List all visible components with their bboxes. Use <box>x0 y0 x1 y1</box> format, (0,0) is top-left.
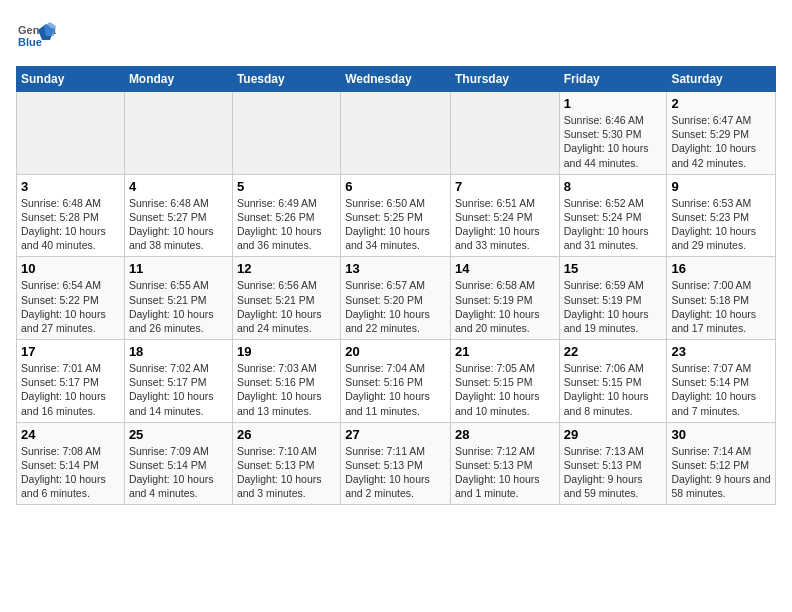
day-info: Sunrise: 6:52 AM Sunset: 5:24 PM Dayligh… <box>564 196 663 253</box>
calendar-cell: 10Sunrise: 6:54 AM Sunset: 5:22 PM Dayli… <box>17 257 125 340</box>
day-header-tuesday: Tuesday <box>232 67 340 92</box>
day-info: Sunrise: 6:59 AM Sunset: 5:19 PM Dayligh… <box>564 278 663 335</box>
day-number: 13 <box>345 261 446 276</box>
calendar-cell <box>450 92 559 175</box>
calendar-cell <box>341 92 451 175</box>
day-number: 24 <box>21 427 120 442</box>
calendar-cell: 18Sunrise: 7:02 AM Sunset: 5:17 PM Dayli… <box>124 340 232 423</box>
day-number: 29 <box>564 427 663 442</box>
calendar-cell: 5Sunrise: 6:49 AM Sunset: 5:26 PM Daylig… <box>232 174 340 257</box>
day-number: 25 <box>129 427 228 442</box>
calendar-week-1: 3Sunrise: 6:48 AM Sunset: 5:28 PM Daylig… <box>17 174 776 257</box>
day-number: 12 <box>237 261 336 276</box>
calendar-header-row: SundayMondayTuesdayWednesdayThursdayFrid… <box>17 67 776 92</box>
day-header-wednesday: Wednesday <box>341 67 451 92</box>
day-number: 20 <box>345 344 446 359</box>
calendar-cell: 19Sunrise: 7:03 AM Sunset: 5:16 PM Dayli… <box>232 340 340 423</box>
day-info: Sunrise: 7:09 AM Sunset: 5:14 PM Dayligh… <box>129 444 228 501</box>
calendar-cell: 1Sunrise: 6:46 AM Sunset: 5:30 PM Daylig… <box>559 92 667 175</box>
calendar-week-0: 1Sunrise: 6:46 AM Sunset: 5:30 PM Daylig… <box>17 92 776 175</box>
calendar-cell: 13Sunrise: 6:57 AM Sunset: 5:20 PM Dayli… <box>341 257 451 340</box>
day-info: Sunrise: 7:11 AM Sunset: 5:13 PM Dayligh… <box>345 444 446 501</box>
day-number: 28 <box>455 427 555 442</box>
day-info: Sunrise: 6:51 AM Sunset: 5:24 PM Dayligh… <box>455 196 555 253</box>
day-number: 18 <box>129 344 228 359</box>
calendar-cell: 2Sunrise: 6:47 AM Sunset: 5:29 PM Daylig… <box>667 92 776 175</box>
day-number: 8 <box>564 179 663 194</box>
day-info: Sunrise: 7:13 AM Sunset: 5:13 PM Dayligh… <box>564 444 663 501</box>
day-info: Sunrise: 7:03 AM Sunset: 5:16 PM Dayligh… <box>237 361 336 418</box>
calendar-cell <box>232 92 340 175</box>
day-info: Sunrise: 6:46 AM Sunset: 5:30 PM Dayligh… <box>564 113 663 170</box>
calendar-cell: 8Sunrise: 6:52 AM Sunset: 5:24 PM Daylig… <box>559 174 667 257</box>
calendar-cell: 14Sunrise: 6:58 AM Sunset: 5:19 PM Dayli… <box>450 257 559 340</box>
day-number: 10 <box>21 261 120 276</box>
day-number: 7 <box>455 179 555 194</box>
day-info: Sunrise: 7:10 AM Sunset: 5:13 PM Dayligh… <box>237 444 336 501</box>
calendar-cell: 11Sunrise: 6:55 AM Sunset: 5:21 PM Dayli… <box>124 257 232 340</box>
day-info: Sunrise: 6:54 AM Sunset: 5:22 PM Dayligh… <box>21 278 120 335</box>
day-number: 27 <box>345 427 446 442</box>
day-info: Sunrise: 6:57 AM Sunset: 5:20 PM Dayligh… <box>345 278 446 335</box>
day-info: Sunrise: 7:07 AM Sunset: 5:14 PM Dayligh… <box>671 361 771 418</box>
calendar-cell: 23Sunrise: 7:07 AM Sunset: 5:14 PM Dayli… <box>667 340 776 423</box>
calendar-cell: 17Sunrise: 7:01 AM Sunset: 5:17 PM Dayli… <box>17 340 125 423</box>
day-number: 6 <box>345 179 446 194</box>
day-info: Sunrise: 7:00 AM Sunset: 5:18 PM Dayligh… <box>671 278 771 335</box>
day-number: 21 <box>455 344 555 359</box>
day-number: 3 <box>21 179 120 194</box>
calendar-cell: 7Sunrise: 6:51 AM Sunset: 5:24 PM Daylig… <box>450 174 559 257</box>
calendar-cell <box>124 92 232 175</box>
day-info: Sunrise: 7:12 AM Sunset: 5:13 PM Dayligh… <box>455 444 555 501</box>
day-info: Sunrise: 6:55 AM Sunset: 5:21 PM Dayligh… <box>129 278 228 335</box>
calendar-cell <box>17 92 125 175</box>
day-info: Sunrise: 6:58 AM Sunset: 5:19 PM Dayligh… <box>455 278 555 335</box>
day-number: 14 <box>455 261 555 276</box>
calendar-cell: 21Sunrise: 7:05 AM Sunset: 5:15 PM Dayli… <box>450 340 559 423</box>
calendar-week-2: 10Sunrise: 6:54 AM Sunset: 5:22 PM Dayli… <box>17 257 776 340</box>
day-number: 15 <box>564 261 663 276</box>
day-number: 1 <box>564 96 663 111</box>
day-number: 19 <box>237 344 336 359</box>
day-number: 17 <box>21 344 120 359</box>
calendar-cell: 28Sunrise: 7:12 AM Sunset: 5:13 PM Dayli… <box>450 422 559 505</box>
day-header-friday: Friday <box>559 67 667 92</box>
svg-text:Blue: Blue <box>18 36 42 48</box>
logo: General Blue <box>16 16 62 56</box>
day-number: 9 <box>671 179 771 194</box>
day-info: Sunrise: 6:48 AM Sunset: 5:27 PM Dayligh… <box>129 196 228 253</box>
day-header-monday: Monday <box>124 67 232 92</box>
day-number: 23 <box>671 344 771 359</box>
day-info: Sunrise: 6:50 AM Sunset: 5:25 PM Dayligh… <box>345 196 446 253</box>
calendar-table: SundayMondayTuesdayWednesdayThursdayFrid… <box>16 66 776 505</box>
calendar-cell: 9Sunrise: 6:53 AM Sunset: 5:23 PM Daylig… <box>667 174 776 257</box>
day-info: Sunrise: 7:04 AM Sunset: 5:16 PM Dayligh… <box>345 361 446 418</box>
calendar-cell: 3Sunrise: 6:48 AM Sunset: 5:28 PM Daylig… <box>17 174 125 257</box>
logo-svg: General Blue <box>16 16 56 56</box>
calendar-week-4: 24Sunrise: 7:08 AM Sunset: 5:14 PM Dayli… <box>17 422 776 505</box>
day-header-sunday: Sunday <box>17 67 125 92</box>
calendar-cell: 29Sunrise: 7:13 AM Sunset: 5:13 PM Dayli… <box>559 422 667 505</box>
calendar-cell: 25Sunrise: 7:09 AM Sunset: 5:14 PM Dayli… <box>124 422 232 505</box>
day-number: 22 <box>564 344 663 359</box>
day-info: Sunrise: 6:49 AM Sunset: 5:26 PM Dayligh… <box>237 196 336 253</box>
calendar-cell: 6Sunrise: 6:50 AM Sunset: 5:25 PM Daylig… <box>341 174 451 257</box>
calendar-cell: 22Sunrise: 7:06 AM Sunset: 5:15 PM Dayli… <box>559 340 667 423</box>
calendar-body: 1Sunrise: 6:46 AM Sunset: 5:30 PM Daylig… <box>17 92 776 505</box>
day-info: Sunrise: 7:01 AM Sunset: 5:17 PM Dayligh… <box>21 361 120 418</box>
day-header-saturday: Saturday <box>667 67 776 92</box>
day-info: Sunrise: 6:56 AM Sunset: 5:21 PM Dayligh… <box>237 278 336 335</box>
calendar-week-3: 17Sunrise: 7:01 AM Sunset: 5:17 PM Dayli… <box>17 340 776 423</box>
day-info: Sunrise: 7:02 AM Sunset: 5:17 PM Dayligh… <box>129 361 228 418</box>
day-number: 16 <box>671 261 771 276</box>
calendar-cell: 12Sunrise: 6:56 AM Sunset: 5:21 PM Dayli… <box>232 257 340 340</box>
day-info: Sunrise: 6:53 AM Sunset: 5:23 PM Dayligh… <box>671 196 771 253</box>
calendar-cell: 26Sunrise: 7:10 AM Sunset: 5:13 PM Dayli… <box>232 422 340 505</box>
day-info: Sunrise: 7:08 AM Sunset: 5:14 PM Dayligh… <box>21 444 120 501</box>
day-info: Sunrise: 7:05 AM Sunset: 5:15 PM Dayligh… <box>455 361 555 418</box>
calendar-cell: 30Sunrise: 7:14 AM Sunset: 5:12 PM Dayli… <box>667 422 776 505</box>
calendar-cell: 15Sunrise: 6:59 AM Sunset: 5:19 PM Dayli… <box>559 257 667 340</box>
day-number: 5 <box>237 179 336 194</box>
day-info: Sunrise: 7:14 AM Sunset: 5:12 PM Dayligh… <box>671 444 771 501</box>
day-header-thursday: Thursday <box>450 67 559 92</box>
